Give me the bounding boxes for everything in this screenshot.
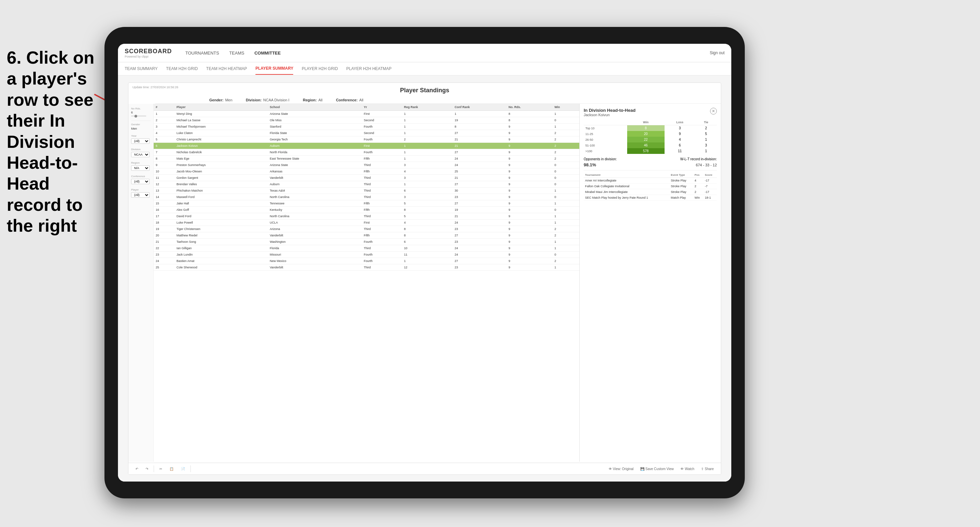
h2h-table: Win Loss Tie Top 10 8 3 2 11-25 20 9 5	[584, 119, 717, 154]
col-yr[interactable]: Yr	[361, 104, 402, 111]
col-num[interactable]: #	[154, 104, 175, 111]
sidebar-no-rds: No Rds. 6	[131, 107, 151, 116]
filter-division: Division: NCAA Division I	[246, 98, 290, 102]
h2h-player: Jackson Koivun	[584, 113, 636, 117]
division-select[interactable]: NCAA Division I	[131, 152, 150, 157]
table-row[interactable]: 20 Matthew Riedel Vanderbilt Fifth 8 27 …	[154, 232, 579, 239]
table-row[interactable]: 5 Christo Lamprecht Georgia Tech Fourth …	[154, 137, 579, 143]
share-button[interactable]: ⇧ Share	[699, 466, 716, 472]
h2h-row: >100 578 11 1	[584, 148, 717, 154]
nav-teams[interactable]: TEAMS	[229, 49, 244, 57]
save-custom-button[interactable]: 💾 Save Custom View	[638, 466, 676, 472]
left-sidebar: No Rds. 6 Gender Men	[129, 104, 154, 462]
undo-button[interactable]: ↶	[134, 466, 140, 472]
right-panel: In Division Head-to-Head Jackson Koivun …	[579, 104, 721, 462]
tournament-row: Fallon Oak Collegiate Invitational Strok…	[584, 184, 717, 189]
no-rds-value: 6	[131, 111, 151, 114]
main-content: Update time: 27/03/2024 16:56:26 Player …	[118, 76, 731, 481]
player-select[interactable]: (All)	[131, 192, 150, 198]
table-row[interactable]: 3 Michael Thorbjornsen Stanford Fourth 1…	[154, 124, 579, 130]
close-button[interactable]: ✕	[710, 108, 717, 114]
table-row[interactable]: 15 Jake Hall Tennessee Fifth 5 27 9 1	[154, 200, 579, 207]
cut-button[interactable]: ✂	[158, 466, 164, 472]
sidebar-division: Division NCAA Division I	[131, 148, 151, 157]
col-player[interactable]: Player	[175, 104, 268, 111]
opponents-row: Opponents in division: W-L-T record in-d…	[584, 157, 717, 161]
table-row[interactable]: 6 Jackson Koivun Auburn First 1 21 9 2	[154, 143, 579, 149]
region-select[interactable]: N/A	[131, 165, 150, 171]
filter-gender: Gender: Men	[209, 98, 232, 102]
sub-nav-team-h2h-heatmap[interactable]: TEAM H2H HEATMAP	[206, 63, 247, 75]
tablet-frame: SCOREBOARD Powered by clippi TOURNAMENTS…	[105, 27, 745, 498]
table-row[interactable]: 12 Brendan Valles Auburn Third 1 27 9 0	[154, 181, 579, 187]
col-no-rds[interactable]: No. Rds.	[506, 104, 552, 111]
table-row[interactable]: 8 Mats Ege East Tennessee State Fifth 1 …	[154, 156, 579, 162]
watch-button[interactable]: 👁 Watch	[678, 466, 696, 472]
conference-select[interactable]: (All)	[131, 179, 150, 184]
table-row[interactable]: 23 Jack Lundin Missouri Fourth 11 24 9 0	[154, 252, 579, 258]
col-win[interactable]: Win	[552, 104, 579, 111]
table-row[interactable]: 19 Tiger Christensen Arizona Third 8 23 …	[154, 226, 579, 232]
table-row[interactable]: 10 Jacob Mou-Olesen Arkansas Fifth 4 25 …	[154, 168, 579, 175]
opponents-label: Opponents in division:	[584, 157, 617, 161]
sub-nav: TEAM SUMMARY TEAM H2H GRID TEAM H2H HEAT…	[118, 62, 731, 76]
table-row[interactable]: 9 Preston Summerhays Arizona State Third…	[154, 162, 579, 168]
nav-right: Sign out	[710, 51, 725, 55]
table-row[interactable]: 1 Wenyi Ding Arizona State First 1 1 8 1	[154, 111, 579, 117]
table-row[interactable]: 13 Phichaksn Maichon Texas A&M Third 6 3…	[154, 187, 579, 194]
tournament-table: Tournament Event Type Pos Score Amer Ari…	[584, 172, 717, 201]
copy-button[interactable]: 📋	[167, 466, 176, 472]
sidebar-gender: Gender Men	[131, 123, 151, 130]
slider-thumb[interactable]	[134, 115, 137, 117]
h2h-title: In Division Head-to-Head	[584, 108, 636, 113]
table-row[interactable]: 16 Alex Goff Kentucky Fifth 8 19 9 0	[154, 207, 579, 213]
table-row[interactable]: 2 Michael La Sasse Ole Miss Second 1 19 …	[154, 117, 579, 124]
logo-scoreboard: SCOREBOARD	[125, 48, 172, 55]
year-select[interactable]: (All)	[131, 138, 150, 144]
table-area: # Player School Yr Reg Rank Conf Rank No…	[154, 104, 579, 462]
slider-container[interactable]	[131, 116, 151, 116]
nav-committee[interactable]: COMMITTEE	[255, 49, 281, 57]
table-row[interactable]: 14 Maxwell Ford North Carolina Third 3 2…	[154, 194, 579, 200]
table-row[interactable]: 18 Luke Powell UCLA First 4 24 9 1	[154, 219, 579, 226]
col-reg-rank[interactable]: Reg Rank	[402, 104, 453, 111]
filter-row: Gender: Men Division: NCAA Division I Re…	[155, 97, 721, 104]
dashboard-container: Update time: 27/03/2024 16:56:26 Player …	[128, 83, 721, 475]
redo-button[interactable]: ↷	[143, 466, 150, 472]
col-conf-rank[interactable]: Conf Rank	[453, 104, 506, 111]
h2h-row: 11-25 20 9 5	[584, 131, 717, 137]
slider-track[interactable]	[131, 116, 146, 116]
tournament-row: Mirabel Maui Jim Intercollegiate Stroke …	[584, 189, 717, 195]
opponents-record: 674 - 33 - 12	[696, 163, 717, 167]
update-time: Update time: 27/03/2024 16:56:26	[132, 86, 178, 89]
table-row[interactable]: 11 Gordon Sargent Vanderbilt Third 3 21 …	[154, 175, 579, 181]
table-row[interactable]: 17 David Ford North Carolina Third 5 21 …	[154, 213, 579, 219]
standings-title: Player Standings	[129, 83, 721, 97]
table-row[interactable]: 22 Ian Gilligan Florida Third 10 24 9 1	[154, 245, 579, 252]
standings-table: # Player School Yr Reg Rank Conf Rank No…	[154, 104, 579, 271]
table-row[interactable]: 21 Taehoon Song Washington Fourth 6 23 9…	[154, 239, 579, 245]
table-row[interactable]: 7 Nicholas Gabrelcik North Florida Fourt…	[154, 149, 579, 156]
table-row[interactable]: 24 Bastien Amat New Mexico Fourth 1 27 9…	[154, 258, 579, 264]
sub-nav-player-summary[interactable]: PLAYER SUMMARY	[255, 63, 293, 75]
content-layout: No Rds. 6 Gender Men	[129, 104, 721, 462]
nav-tournaments[interactable]: TOURNAMENTS	[185, 49, 219, 57]
tournament-row: SEC Match Play hosted by Jerry Pate Roun…	[584, 195, 717, 201]
opponents-values-row: 98.1% 674 - 33 - 12	[584, 162, 717, 167]
bottom-toolbar: ↶ ↷ ✂ 📋 📄 👁 View: Original 💾 Save Custom…	[129, 463, 721, 475]
sub-nav-team-summary[interactable]: TEAM SUMMARY	[125, 63, 158, 75]
table-row[interactable]: 25 Cole Sherwood Vanderbilt Third 12 23 …	[154, 264, 579, 271]
col-school[interactable]: School	[267, 104, 361, 111]
h2h-row: 26-50 22 4 1	[584, 137, 717, 143]
opponents-pct: 98.1%	[584, 162, 596, 167]
sign-out-button[interactable]: Sign out	[710, 51, 725, 55]
sub-nav-team-h2h-grid[interactable]: TEAM H2H GRID	[166, 63, 198, 75]
paste-button[interactable]: 📄	[179, 466, 187, 472]
no-rds-label: No Rds.	[131, 107, 151, 110]
logo-area: SCOREBOARD Powered by clippi	[125, 48, 172, 58]
sub-nav-player-h2h-grid[interactable]: PLAYER H2H GRID	[302, 63, 338, 75]
view-original-button[interactable]: 👁 View: Original	[606, 466, 636, 472]
toolbar-right: 👁 View: Original 💾 Save Custom View 👁 Wa…	[606, 466, 716, 472]
sub-nav-player-h2h-heatmap[interactable]: PLAYER H2H HEATMAP	[347, 63, 391, 75]
table-row[interactable]: 4 Luke Claton Florida State Second 1 27 …	[154, 130, 579, 137]
